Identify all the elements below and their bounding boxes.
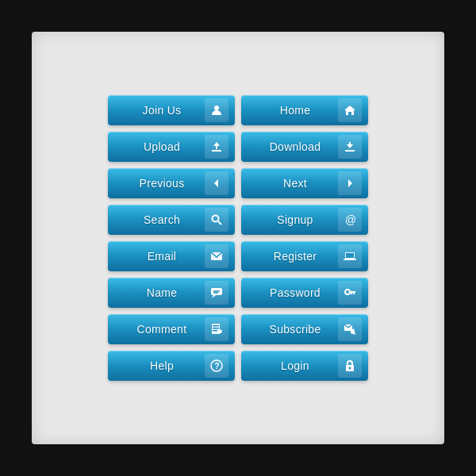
svg-rect-24 <box>213 325 219 327</box>
svg-marker-6 <box>214 179 218 187</box>
svg-marker-3 <box>213 142 220 149</box>
register-button[interactable]: Register <box>241 241 368 271</box>
chat-bubble-icon <box>205 281 228 305</box>
email-label: Email <box>119 250 205 263</box>
padlock-icon <box>338 354 362 378</box>
svg-rect-14 <box>344 259 356 260</box>
key-icon <box>338 281 362 305</box>
email-button[interactable]: Email <box>108 241 235 271</box>
svg-rect-25 <box>213 328 219 329</box>
svg-point-8 <box>213 216 219 222</box>
signup-button[interactable]: Signup @ <box>241 205 368 235</box>
login-button[interactable]: Login <box>241 351 368 381</box>
download-button[interactable]: Download <box>241 132 368 162</box>
svg-text:@: @ <box>345 213 356 226</box>
svg-point-33 <box>349 367 351 370</box>
search-button[interactable]: Search <box>108 205 235 235</box>
svg-rect-26 <box>213 330 217 332</box>
join-us-button[interactable]: Join Us <box>108 95 235 125</box>
at-sign-icon: @ <box>338 208 362 232</box>
svg-rect-4 <box>345 150 355 152</box>
svg-marker-7 <box>348 179 352 187</box>
name-label: Name <box>119 286 205 299</box>
person-icon <box>205 98 228 122</box>
search-label: Search <box>119 213 205 226</box>
svg-marker-16 <box>212 295 216 298</box>
download-icon <box>338 135 362 159</box>
subscribe-button[interactable]: Subscribe <box>241 314 368 344</box>
svg-rect-2 <box>212 150 221 152</box>
envelope-icon <box>205 244 228 268</box>
join-us-label: Join Us <box>119 104 205 117</box>
button-grid: Join Us Home Upload <box>92 79 384 397</box>
notepad-icon <box>205 317 228 341</box>
svg-line-9 <box>218 221 221 225</box>
login-label: Login <box>252 359 338 372</box>
password-label: Password <box>252 286 338 299</box>
comment-button[interactable]: Comment <box>108 314 235 344</box>
upload-icon <box>205 135 228 159</box>
download-label: Download <box>252 140 338 153</box>
help-button[interactable]: Help ? <box>108 351 235 381</box>
svg-point-0 <box>214 106 219 110</box>
question-mark-icon: ? <box>205 354 228 378</box>
svg-rect-22 <box>351 293 352 294</box>
subscribe-label: Subscribe <box>252 323 338 336</box>
previous-button[interactable]: Previous <box>108 168 235 198</box>
help-label: Help <box>119 359 205 372</box>
password-button[interactable]: Password <box>241 278 368 308</box>
next-button[interactable]: Next <box>241 168 368 198</box>
name-button[interactable]: Name <box>108 278 235 308</box>
register-label: Register <box>252 250 338 263</box>
svg-rect-20 <box>349 291 355 293</box>
laptop-icon <box>338 244 362 268</box>
previous-label: Previous <box>119 177 205 190</box>
signup-label: Signup <box>252 213 338 226</box>
mail-cursor-icon <box>338 317 362 341</box>
svg-text:?: ? <box>215 362 220 370</box>
house-icon <box>338 98 362 122</box>
main-frame: Join Us Home Upload <box>32 32 444 444</box>
home-button[interactable]: Home <box>241 95 368 125</box>
svg-rect-21 <box>353 293 355 294</box>
svg-marker-1 <box>344 106 355 115</box>
next-label: Next <box>252 177 338 190</box>
upload-button[interactable]: Upload <box>108 132 235 162</box>
search-icon <box>205 208 228 232</box>
svg-rect-13 <box>346 253 354 258</box>
home-label: Home <box>252 104 338 117</box>
svg-marker-5 <box>347 142 353 148</box>
chevron-left-icon <box>205 171 228 195</box>
comment-label: Comment <box>119 323 205 336</box>
upload-label: Upload <box>119 140 205 153</box>
chevron-right-icon <box>338 171 362 195</box>
